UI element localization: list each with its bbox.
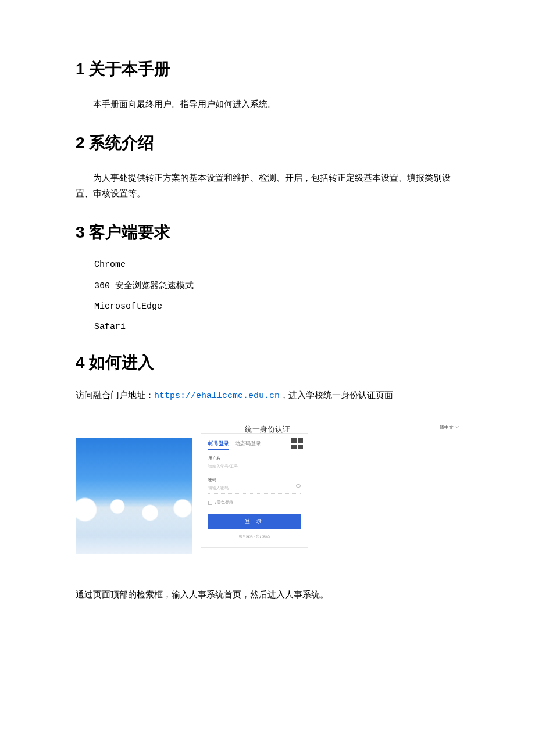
username-label: 用户名 [208, 456, 301, 461]
qr-icon[interactable] [291, 438, 303, 449]
username-input[interactable]: 请输入学号/工号 [208, 461, 301, 472]
password-label: 密码 [208, 477, 301, 483]
login-tabs: 帐号登录 动态码登录 [208, 440, 301, 450]
portal-url-line: 访问融合门户地址：https://ehallccmc.edu.cn，进入学校统一… [76, 390, 459, 401]
language-label: 简中文 [440, 425, 454, 430]
login-button[interactable]: 登 录 [208, 514, 301, 529]
portal-link[interactable]: https://ehallccmc.edu.cn [154, 391, 280, 401]
browser-list: Chrome 360 安全浏览器急速模式 MicrosoftEdge Safar… [94, 260, 459, 332]
url-suffix: ，进入学校统一身份认证页面 [280, 390, 393, 400]
login-footer-links[interactable]: 帐号激活 · 忘记密码 [208, 534, 301, 539]
login-banner-image [76, 438, 192, 554]
login-card: 帐号登录 动态码登录 用户名 请输入学号/工号 密码 请输入密码 7天免登录 登… [201, 433, 308, 548]
section1-title: 1 关于本手册 [76, 58, 459, 80]
browser-item: Safari [94, 322, 459, 332]
after-login-text: 通过页面顶部的检索框，输入人事系统首页，然后进入人事系统。 [76, 587, 459, 603]
chevron-down-icon: ﹀ [455, 425, 459, 430]
remember-label: 7天免登录 [215, 500, 233, 506]
eye-icon[interactable] [296, 484, 301, 488]
tab-otp-login[interactable]: 动态码登录 [235, 440, 261, 450]
password-input[interactable]: 请输入密码 [208, 483, 301, 494]
browser-item: 360 安全浏览器急速模式 [94, 280, 459, 291]
section4-title: 4 如何进入 [76, 352, 459, 374]
tab-account-login[interactable]: 帐号登录 [208, 440, 229, 450]
checkbox-icon[interactable] [208, 501, 212, 505]
password-placeholder: 请输入密码 [208, 486, 229, 490]
section2-title: 2 系统介绍 [76, 132, 459, 154]
login-screenshot: 统一身份认证 简中文 ﹀ 帐号登录 动态码登录 用户名 请输入学号/工号 密码 … [76, 424, 459, 564]
section2-body: 为人事处提供转正方案的基本设置和维护、检测、开启，包括转正定级基本设置、填报类别… [76, 170, 459, 202]
language-switch[interactable]: 简中文 ﹀ [440, 424, 459, 431]
url-prefix: 访问融合门户地址： [76, 390, 154, 400]
remember-row[interactable]: 7天免登录 [208, 500, 301, 506]
section3-title: 3 客户端要求 [76, 221, 459, 243]
section1-body: 本手册面向最终用户。指导用户如何进入系统。 [76, 96, 459, 112]
browser-item: MicrosoftEdge [94, 302, 459, 311]
browser-item: Chrome [94, 260, 459, 270]
